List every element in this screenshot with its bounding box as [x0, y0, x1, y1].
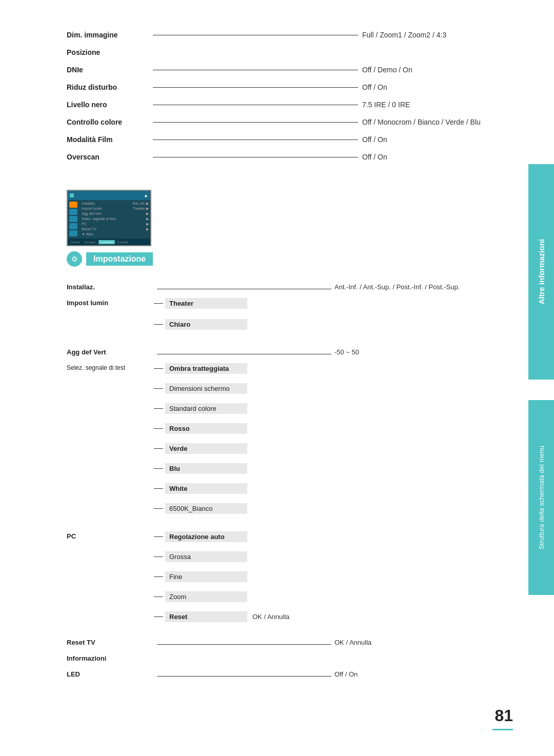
menu-value-dnie: Off / Demo / On — [362, 66, 412, 74]
menu-label-dnie: DNIe — [67, 66, 149, 74]
tv-bottom-tabs: Canale Immagin Contrasto Dettagli — [68, 238, 150, 246]
menu-line-8 — [153, 157, 358, 157]
sub-label-standard-colore: Standard colore — [165, 403, 247, 414]
tv-menu-col: Installaz.Ant.-Inf. ▶ Impost luminTheate… — [80, 202, 149, 237]
tv-menu-label-3: Agg def Vert — [82, 212, 102, 216]
tree-line-agg-def-vert — [157, 354, 331, 354]
sub-label-reg-auto: Regolazione auto — [165, 531, 247, 542]
tv-screenshot: ▲ Installaz.Ant.-Inf. ▶ Impost luminThea… — [67, 190, 151, 246]
tv-menu-label-7: ▼ Altro — [82, 232, 93, 236]
sub-line-ombra — [154, 368, 163, 369]
menu-line-4 — [153, 87, 358, 88]
top-menu-section: Dim. immagine Full / Zoom1 / Zoom2 / 4:3… — [67, 31, 513, 170]
sub-item-grossa: Grossa — [154, 551, 289, 562]
tree-row-reset-tv: Reset TV OK / Annulla — [67, 638, 513, 646]
tv-menu-value-2: Theater ▶ — [133, 207, 149, 211]
right-sidebar: Altre informazioni Struttura della scher… — [528, 0, 554, 756]
impostazione-label: Impostazione — [86, 252, 153, 266]
tv-screenshot-title: ▲ — [76, 193, 148, 198]
sub-label-reset: Reset — [165, 611, 247, 622]
tv-tab-canale: Canale — [69, 240, 82, 244]
sub-line-6500k — [154, 508, 163, 509]
sub-item-theater: Theater — [154, 298, 247, 309]
tv-menu-label-5: PC — [82, 222, 87, 226]
sub-label-fine: Fine — [165, 571, 247, 582]
sub-item-regolazione-auto: Regolazione auto — [154, 531, 289, 542]
sub-label-blu: Blu — [165, 463, 247, 474]
sub-item-rosso: Rosso — [154, 423, 247, 434]
impostazione-header: ⚙ Impostazione — [67, 251, 153, 267]
tv-top-bar: ▲ — [68, 191, 150, 200]
tv-menu-label-2: Impost lumin — [82, 207, 102, 211]
pc-subs: Regolazione auto Grossa Fine Zoom Reset … — [154, 531, 289, 627]
tv-menu-value-6: ▶ — [146, 227, 149, 231]
tree-value-agg-def-vert: -50 ~ 50 — [334, 347, 359, 356]
menu-row-livello-nero: Livello nero 7.5 IRE / 0 IRE — [67, 101, 513, 109]
tv-tab-contrasto: Contrasto — [98, 240, 115, 244]
sub-line-white — [154, 488, 163, 489]
sub-label-6500k: 6500K_Bianco — [165, 503, 247, 514]
impostazione-icon-symbol: ⚙ — [71, 255, 78, 263]
sub-item-6500k: 6500K_Bianco — [154, 503, 247, 514]
tree-row-informazioni: Informazioni — [67, 653, 513, 662]
tree-label-reset-tv: Reset TV — [67, 638, 154, 646]
menu-value-livello-nero: 7.5 IRE / 0 IRE — [362, 101, 410, 109]
sub-item-white: White — [154, 483, 247, 494]
sub-label-rosso: Rosso — [165, 423, 247, 434]
sub-item-blu: Blu — [154, 463, 247, 474]
sub-line-grossa — [154, 556, 163, 557]
tv-icon-5 — [69, 230, 77, 236]
tree-line-installaz — [157, 289, 331, 289]
tree-row-installaz: Installaz. Ant.-Inf. / Ant.-Sup. / Post.… — [67, 282, 513, 291]
menu-value-overscan: Off / On — [362, 153, 387, 161]
menu-line-7 — [153, 140, 358, 140]
tree-label-led: LED — [67, 669, 154, 678]
menu-row-controllo-colore: Controllo colore Off / Monocrom / Bianco… — [67, 118, 513, 126]
menu-label-modalita-film: Modalità Film — [67, 135, 149, 144]
tree-label-informazioni: Informazioni — [67, 653, 154, 662]
tv-menu-value-1: Ant.-Inf. ▶ — [133, 202, 149, 206]
impost-lumin-subs: Theater Chiaro — [154, 298, 247, 335]
sub-label-grossa: Grossa — [165, 551, 247, 562]
sub-line-reset — [154, 616, 163, 617]
sub-line-theater — [154, 303, 163, 304]
sub-line-chiaro — [154, 324, 163, 325]
tree-label-pc: PC — [67, 531, 154, 540]
sub-line-rosso — [154, 428, 163, 429]
sub-line-dim-schermo — [154, 388, 163, 389]
tv-menu-item-5: PC▶ — [82, 222, 149, 226]
sub-value-reset: OK / Annulla — [252, 613, 289, 621]
sub-label-chiaro: Chiaro — [165, 319, 247, 330]
tree-line-reset-tv — [157, 644, 331, 645]
tree-label-installaz: Installaz. — [67, 282, 154, 291]
menu-value-controllo-colore: Off / Monocrom / Bianco / Verde / Blu — [362, 118, 481, 126]
menu-line-5 — [153, 105, 358, 105]
tv-menu-item-4: Selez. segnale di test▶ — [82, 217, 149, 221]
sub-line-zoom — [154, 596, 163, 597]
sidebar-bottom-label: Struttura della schermata dei menu — [538, 446, 545, 549]
menu-row-posizione: Posizione — [67, 48, 513, 56]
selez-subs: Ombra tratteggiata Dimensioni schermo St… — [154, 363, 247, 519]
menu-value-dim-immagine: Full / Zoom1 / Zoom2 / 4:3 — [362, 31, 446, 39]
tv-menu-value-3: ▶ — [146, 212, 149, 216]
sub-item-zoom: Zoom — [154, 591, 289, 602]
sub-item-reset: Reset OK / Annulla — [154, 611, 289, 622]
tv-tab-dettagli: Dettagli — [116, 240, 129, 244]
tv-menu-item-3: Agg def Vert▶ — [82, 212, 149, 216]
menu-row-modalita-film: Modalità Film Off / On — [67, 135, 513, 144]
tv-icon-col — [69, 202, 80, 237]
tree-value-reset-tv: OK / Annulla — [334, 638, 371, 646]
menu-line-3 — [153, 70, 358, 70]
menu-label-posizione: Posizione — [67, 48, 149, 56]
menu-line-1 — [153, 35, 358, 35]
sidebar-top-section: Altre informazioni — [528, 164, 554, 380]
menu-label-overscan: Overscan — [67, 153, 149, 161]
sub-line-reg-auto — [154, 536, 163, 537]
menu-label-dim-immagine: Dim. immagine — [67, 31, 149, 39]
menu-label-riduz-disturbo: Riduz disturbo — [67, 83, 149, 91]
menu-row-dnie: DNIe Off / Demo / On — [67, 66, 513, 74]
sub-line-verde — [154, 448, 163, 449]
tv-icon-active — [69, 202, 77, 208]
tree-line-led — [157, 676, 331, 677]
menu-value-modalita-film: Off / On — [362, 135, 387, 144]
